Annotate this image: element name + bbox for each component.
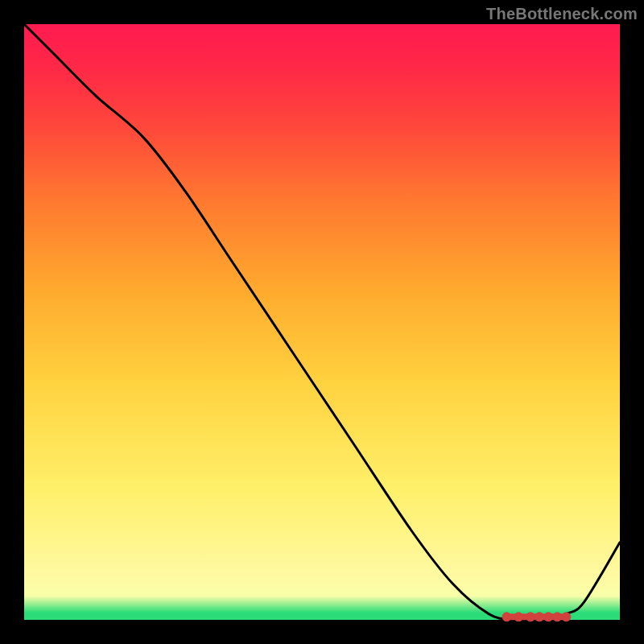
optimal-point-marker [544,613,553,621]
chart-overlay [24,24,620,620]
optimal-point-marker [562,613,571,621]
optimal-point-marker [526,613,535,621]
optimal-range-markers [502,613,571,621]
optimal-point-marker [502,613,511,621]
optimal-point-marker [535,613,544,621]
bottleneck-curve [24,24,620,621]
optimal-point-marker [514,613,523,621]
optimal-point-marker [553,613,562,621]
chart-frame: TheBottleneck.com [0,0,644,644]
watermark-text: TheBottleneck.com [486,5,638,23]
